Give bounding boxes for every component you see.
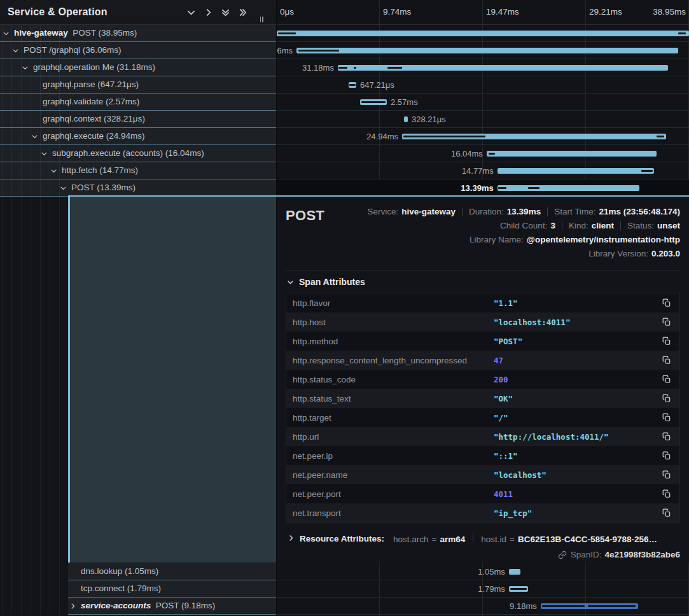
span-tree-row[interactable]: graphql.execute (24.94ms) bbox=[0, 128, 276, 145]
chevron-right-button[interactable] bbox=[202, 6, 214, 18]
copy-icon bbox=[662, 508, 671, 517]
span-tree-row[interactable]: graphql.parse (647.21μs) bbox=[0, 76, 276, 94]
copy-value-button[interactable] bbox=[660, 354, 673, 367]
resource-attributes-row[interactable]: Resource Attributes: host.arch=arm64host… bbox=[286, 533, 680, 544]
span-id-row: SpanID: 4e21998f3b82abe6 bbox=[286, 550, 680, 559]
span-duration-bar[interactable] bbox=[277, 31, 689, 36]
chevron-down-icon bbox=[287, 279, 294, 286]
copy-value-button[interactable] bbox=[660, 411, 673, 424]
ruler-tick: 29.21ms bbox=[589, 0, 622, 24]
span-tree-row[interactable]: POST (13.39ms) bbox=[0, 179, 276, 197]
timeline-row[interactable]: 13.39ms bbox=[277, 179, 689, 197]
copy-value-button[interactable] bbox=[660, 335, 673, 347]
timeline-row[interactable]: 647.21μs bbox=[277, 76, 689, 94]
meta-label: Library Version: bbox=[588, 247, 648, 261]
timeline-row[interactable]: 24.94ms bbox=[277, 128, 689, 145]
span-tree-row[interactable]: tcp.connect (1.79ms) bbox=[68, 580, 276, 598]
timeline-pane: 36.06ms31.18ms647.21μs2.57ms328.21μs24.9… bbox=[277, 0, 689, 616]
span-tree-row[interactable]: dns.lookup (1.05ms) bbox=[68, 563, 276, 580]
span-duration-bar[interactable] bbox=[296, 48, 678, 53]
attribute-value: "1.1" bbox=[494, 298, 660, 308]
span-tree-row[interactable]: hive-gateway POST (38.95ms) bbox=[0, 25, 276, 42]
span-name-label: http.fetch (14.77ms) bbox=[62, 162, 138, 179]
span-duration-label: 647.21μs bbox=[360, 76, 394, 94]
span-self-time-segment bbox=[361, 101, 386, 103]
copy-value-button[interactable] bbox=[660, 449, 673, 462]
resource-separator bbox=[473, 533, 473, 542]
attribute-key: http.method bbox=[293, 337, 494, 346]
chevron-down-icon[interactable] bbox=[50, 167, 58, 174]
span-id-label: SpanID: bbox=[571, 550, 602, 559]
pane-resize-handle[interactable] bbox=[258, 15, 265, 23]
timeline-row[interactable]: 2.57ms bbox=[277, 94, 689, 111]
attribute-value: "ip_tcp" bbox=[494, 508, 660, 518]
copy-icon bbox=[662, 451, 671, 460]
span-attributes-toggle[interactable]: Span Attributes bbox=[287, 277, 680, 287]
span-name-label: tcp.connect (1.79ms) bbox=[81, 580, 161, 597]
span-duration-bar[interactable] bbox=[509, 569, 520, 575]
timeline-row[interactable]: 9.18ms bbox=[277, 598, 689, 615]
timeline-row[interactable]: 1.05ms bbox=[277, 563, 689, 580]
attribute-key: net.peer.name bbox=[293, 470, 494, 480]
timeline-row[interactable]: 1.79ms bbox=[277, 580, 689, 598]
copy-value-button[interactable] bbox=[660, 392, 673, 405]
chevrons-right-icon bbox=[238, 8, 247, 17]
span-self-time-segment bbox=[588, 605, 636, 607]
span-duration-bar[interactable] bbox=[498, 185, 639, 191]
timeline-row[interactable]: 14.77ms bbox=[277, 162, 689, 179]
chevron-right-icon[interactable] bbox=[69, 602, 77, 610]
copy-value-button[interactable] bbox=[660, 507, 673, 519]
chevron-down-icon[interactable] bbox=[22, 64, 29, 71]
copy-value-button[interactable] bbox=[660, 297, 673, 309]
chevron-down-icon[interactable] bbox=[31, 132, 39, 140]
span-tree-row[interactable]: subgraph.execute (accounts) (16.04ms) bbox=[0, 145, 276, 162]
chevron-down-icon bbox=[186, 8, 196, 17]
span-detail-title: POST bbox=[286, 205, 324, 224]
span-name-label: dns.lookup (1.05ms) bbox=[81, 563, 158, 580]
timeline-row[interactable]: 16.04ms bbox=[277, 145, 689, 162]
span-self-time-segment bbox=[338, 67, 347, 69]
resource-value: BC62E13B-C4CC-5854-9788-256… bbox=[518, 535, 657, 544]
copy-value-button[interactable] bbox=[660, 430, 673, 443]
timeline-row[interactable]: 31.18ms bbox=[277, 59, 689, 76]
span-duration-bar[interactable] bbox=[487, 151, 657, 157]
span-tree-row[interactable]: graphql.context (328.21μs) bbox=[0, 111, 276, 128]
copy-value-button[interactable] bbox=[660, 487, 673, 500]
copy-value-button[interactable] bbox=[660, 468, 673, 481]
chevron-down-icon[interactable] bbox=[3, 29, 10, 37]
meta-label: Duration: bbox=[469, 205, 504, 219]
span-duration-label: 13.39ms bbox=[461, 179, 493, 197]
meta-value: 13.39ms bbox=[507, 205, 541, 219]
chevron-down-icon[interactable] bbox=[12, 46, 20, 54]
span-tree-row[interactable]: http.fetch (14.77ms) bbox=[0, 162, 276, 179]
attribute-value: "localhost:4011" bbox=[494, 318, 660, 327]
span-tree-row[interactable]: POST /graphql (36.06ms) bbox=[0, 42, 276, 59]
chevron-down-icon[interactable] bbox=[41, 150, 48, 157]
chevron-down-icon[interactable] bbox=[60, 184, 67, 192]
chevrons-right-button[interactable] bbox=[237, 6, 248, 18]
copy-value-button[interactable] bbox=[660, 373, 673, 386]
attribute-value: "POST" bbox=[494, 337, 660, 346]
pane-divider[interactable] bbox=[276, 0, 277, 616]
span-detail-meta: Service:hive-gatewayDuration:13.39msStar… bbox=[367, 205, 680, 261]
service-name: service-accounts bbox=[81, 601, 151, 610]
resource-equals: = bbox=[510, 535, 515, 544]
span-tree-row[interactable]: graphql.validate (2.57ms) bbox=[0, 94, 276, 111]
span-tree-row[interactable]: graphql.operation Me (31.18ms) bbox=[0, 59, 276, 76]
copy-icon bbox=[662, 470, 671, 479]
span-duration-label: 2.57ms bbox=[391, 94, 418, 111]
timeline-row[interactable]: 36.06ms bbox=[277, 42, 689, 59]
span-name-label: graphql.operation Me (31.18ms) bbox=[33, 59, 155, 76]
timeline-row[interactable] bbox=[277, 25, 689, 42]
span-self-time-segment bbox=[349, 84, 356, 86]
chevrons-down-button[interactable] bbox=[219, 6, 231, 18]
tree-header-title: Service & Operation bbox=[0, 6, 108, 18]
span-duration-bar[interactable] bbox=[404, 116, 408, 122]
chevron-down-button[interactable] bbox=[185, 6, 197, 18]
span-tree-row[interactable]: service-accounts POST (9.18ms) bbox=[68, 598, 276, 615]
meta-value: unset bbox=[657, 219, 680, 233]
span-duration-bar[interactable] bbox=[498, 168, 654, 174]
copy-value-button[interactable] bbox=[660, 316, 673, 328]
timeline-row[interactable]: 328.21μs bbox=[277, 111, 689, 128]
expanded-span-row-area[interactable] bbox=[68, 197, 276, 563]
